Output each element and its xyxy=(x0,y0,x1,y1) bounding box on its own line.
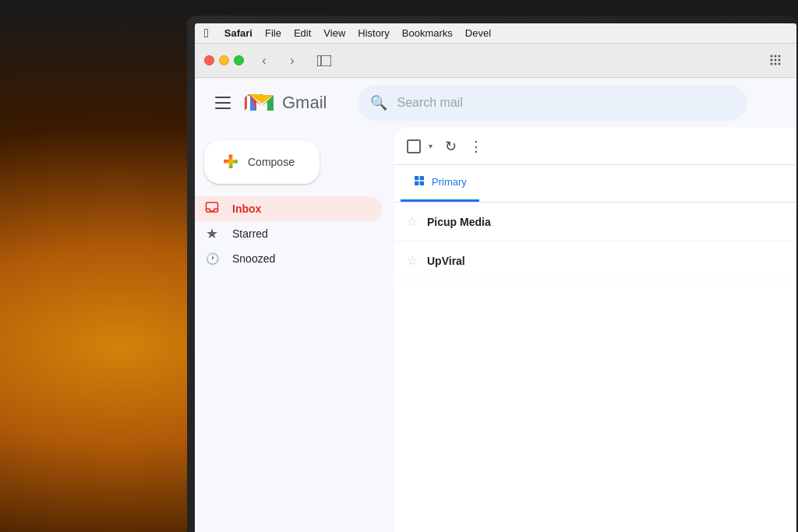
svg-point-6 xyxy=(775,58,777,61)
close-button[interactable] xyxy=(204,55,214,65)
menubar-file[interactable]: File xyxy=(265,27,281,39)
hamburger-line xyxy=(215,107,231,109)
svg-point-10 xyxy=(779,62,781,65)
star-icon[interactable]: ☆ xyxy=(407,214,418,229)
star-icon[interactable]: ☆ xyxy=(407,253,418,268)
gmail-body: ✚ Compose Inbox ★ Starred xyxy=(195,128,796,532)
svg-point-5 xyxy=(771,58,773,61)
gmail-m-final xyxy=(248,93,276,113)
hamburger-menu-button[interactable] xyxy=(207,87,238,118)
tab-grid-icon xyxy=(770,55,782,67)
macos-menubar:  Safari File Edit View History Bookmark… xyxy=(195,23,796,44)
svg-point-4 xyxy=(779,55,781,57)
svg-point-9 xyxy=(775,62,777,65)
inbox-icon xyxy=(204,200,220,218)
email-sender: UpViral xyxy=(427,255,521,267)
hamburger-line xyxy=(215,102,231,104)
back-icon: ‹ xyxy=(262,54,266,68)
gmail-logo: Gmail xyxy=(242,89,327,117)
svg-point-2 xyxy=(771,55,773,57)
minimize-button[interactable] xyxy=(219,55,229,65)
snoozed-label: Snoozed xyxy=(232,252,275,265)
menubar-history[interactable]: History xyxy=(358,27,389,39)
svg-point-7 xyxy=(779,58,781,61)
compose-plus-icon: ✚ xyxy=(223,153,238,171)
gmail-app: Gmail 🔍 Search mail ✚ Compose xyxy=(195,78,796,532)
svg-point-8 xyxy=(771,62,773,65)
svg-rect-16 xyxy=(420,181,424,185)
sidebar-toggle-button[interactable] xyxy=(312,50,336,72)
snoozed-icon: 🕐 xyxy=(204,252,220,265)
menubar-safari[interactable]: Safari xyxy=(224,27,252,39)
starred-icon: ★ xyxy=(204,225,220,242)
safari-toolbar: ‹ › xyxy=(195,44,796,78)
menubar-edit[interactable]: Edit xyxy=(294,27,311,39)
more-options-button[interactable]: ⋮ xyxy=(469,138,483,155)
gmail-header: Gmail 🔍 Search mail xyxy=(195,78,796,128)
menubar-view[interactable]: View xyxy=(323,27,345,39)
back-button[interactable]: ‹ xyxy=(253,50,275,72)
starred-label: Starred xyxy=(232,227,268,240)
primary-tab-icon xyxy=(413,174,425,190)
sidebar-item-snoozed[interactable]: 🕐 Snoozed xyxy=(195,246,382,271)
menubar-bookmarks[interactable]: Bookmarks xyxy=(402,27,453,39)
compose-button[interactable]: ✚ Compose xyxy=(204,140,320,184)
email-row[interactable]: ☆ UpViral xyxy=(394,241,796,280)
traffic-lights xyxy=(204,55,244,65)
gmail-search-bar[interactable]: 🔍 Search mail xyxy=(358,85,747,121)
svg-point-3 xyxy=(775,55,777,57)
menubar-develop[interactable]: Devel xyxy=(465,27,491,39)
gmail-category-tabs: Primary xyxy=(394,165,796,203)
apple-menu[interactable]:  xyxy=(204,26,209,41)
svg-rect-14 xyxy=(420,176,424,180)
gmail-email-list-area: ▾ ↻ ⋮ xyxy=(394,128,796,532)
gmail-wordmark: Gmail xyxy=(282,93,327,113)
svg-rect-15 xyxy=(415,181,418,185)
search-placeholder-text: Search mail xyxy=(397,96,462,110)
email-list-toolbar: ▾ ↻ ⋮ xyxy=(394,128,796,165)
refresh-button[interactable]: ↻ xyxy=(445,138,457,155)
svg-rect-13 xyxy=(415,176,418,180)
gmail-sidebar: ✚ Compose Inbox ★ Starred xyxy=(195,128,394,532)
sidebar-toggle-icon xyxy=(317,55,331,66)
sidebar-item-inbox[interactable]: Inbox xyxy=(195,196,382,221)
maximize-button[interactable] xyxy=(234,55,244,65)
email-sender: Picup Media xyxy=(427,216,521,228)
primary-tab-label: Primary xyxy=(432,176,467,188)
laptop-screen:  Safari File Edit View History Bookmark… xyxy=(195,23,796,532)
search-icon: 🔍 xyxy=(370,94,387,111)
compose-label: Compose xyxy=(248,156,295,168)
select-dropdown[interactable]: ▾ xyxy=(429,142,433,150)
select-all-checkbox[interactable] xyxy=(407,139,421,153)
svg-rect-12 xyxy=(207,203,218,212)
email-list: ☆ Picup Media ☆ UpViral xyxy=(394,203,796,280)
tab-overview-button[interactable] xyxy=(765,50,787,72)
forward-icon: › xyxy=(290,54,294,68)
svg-rect-0 xyxy=(317,55,331,66)
forward-button[interactable]: › xyxy=(281,50,303,72)
inbox-label: Inbox xyxy=(232,203,261,215)
sidebar-item-starred[interactable]: ★ Starred xyxy=(195,221,382,246)
email-row[interactable]: ☆ Picup Media xyxy=(394,203,796,241)
hamburger-line xyxy=(215,97,231,98)
primary-tab[interactable]: Primary xyxy=(401,164,479,202)
